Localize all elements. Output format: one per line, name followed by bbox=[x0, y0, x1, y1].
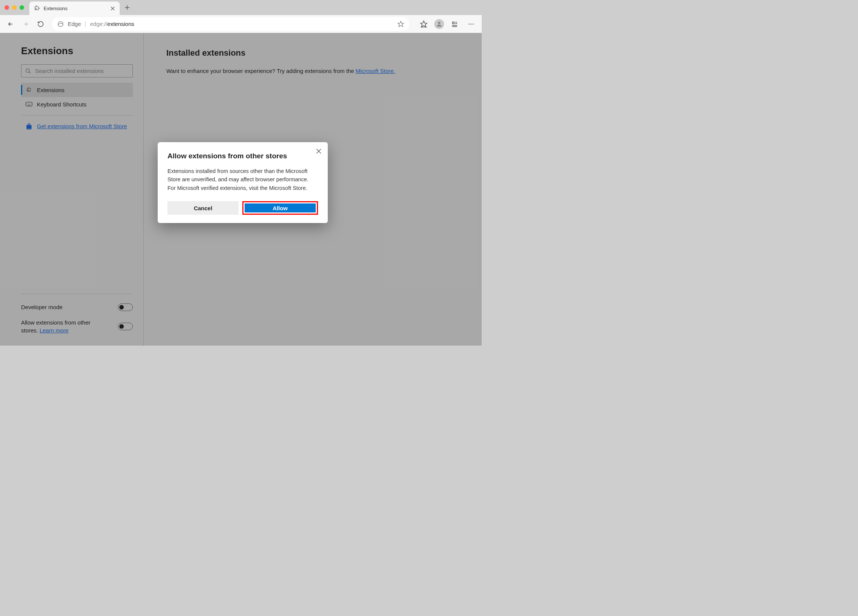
profile-avatar[interactable] bbox=[434, 19, 444, 29]
svg-point-7 bbox=[473, 23, 474, 25]
window-titlebar: Extensions bbox=[0, 0, 482, 15]
other-stores-toggle[interactable] bbox=[118, 323, 133, 330]
close-icon bbox=[316, 149, 322, 154]
extension-icon bbox=[26, 87, 33, 93]
sidebar: Extensions Extensions Keyboard Shortcuts… bbox=[0, 33, 144, 346]
svg-rect-9 bbox=[26, 102, 33, 106]
menu-button[interactable] bbox=[465, 18, 477, 30]
toolbar-actions bbox=[418, 18, 477, 30]
svg-point-6 bbox=[471, 23, 472, 25]
allow-other-stores-dialog: Allow extensions from other stores Exten… bbox=[158, 142, 328, 223]
developer-mode-toggle[interactable] bbox=[118, 304, 133, 311]
address-separator: | bbox=[85, 21, 86, 28]
svg-marker-1 bbox=[398, 21, 404, 26]
back-button[interactable] bbox=[5, 18, 17, 30]
window-maximize-button[interactable] bbox=[20, 5, 24, 10]
svg-marker-2 bbox=[421, 21, 427, 27]
address-bar[interactable]: Edge | edge://extensions bbox=[52, 17, 409, 31]
dialog-body: Extensions installed from sources other … bbox=[168, 167, 318, 192]
svg-point-5 bbox=[468, 23, 469, 25]
sidebar-bottom: Developer mode Allow extensions from oth… bbox=[21, 290, 133, 338]
edge-logo-icon bbox=[57, 21, 64, 28]
window-controls bbox=[5, 5, 24, 10]
favorites-button[interactable] bbox=[418, 18, 430, 30]
favorite-star-icon[interactable] bbox=[397, 21, 404, 28]
divider bbox=[21, 115, 133, 115]
allow-button-highlight: Allow bbox=[242, 201, 318, 215]
browser-toolbar: Edge | edge://extensions bbox=[0, 15, 482, 33]
address-url: edge://extensions bbox=[90, 21, 134, 27]
store-link-row: Get extensions from Microsoft Store bbox=[21, 121, 133, 132]
developer-mode-label: Developer mode bbox=[21, 303, 62, 311]
window-close-button[interactable] bbox=[5, 5, 9, 10]
search-box[interactable] bbox=[21, 64, 133, 78]
store-icon bbox=[26, 123, 33, 130]
window-minimize-button[interactable] bbox=[12, 5, 17, 10]
address-scheme-label: Edge bbox=[68, 21, 81, 27]
divider bbox=[21, 294, 133, 294]
developer-mode-row: Developer mode bbox=[21, 299, 133, 315]
tab-title: Extensions bbox=[44, 6, 106, 11]
sidebar-item-label: Extensions bbox=[37, 87, 64, 93]
other-stores-row: Allow extensions from other stores. Lear… bbox=[21, 315, 133, 338]
search-icon bbox=[25, 68, 31, 74]
extension-icon bbox=[34, 5, 40, 11]
keyboard-icon bbox=[26, 101, 33, 107]
svg-point-3 bbox=[438, 22, 440, 24]
other-stores-label: Allow extensions from other stores. Lear… bbox=[21, 318, 96, 334]
sidebar-item-keyboard-shortcuts[interactable]: Keyboard Shortcuts bbox=[21, 97, 133, 111]
sidebar-title: Extensions bbox=[21, 45, 133, 57]
dialog-title: Allow extensions from other stores bbox=[168, 152, 318, 160]
browser-tab[interactable]: Extensions bbox=[30, 2, 120, 15]
allow-button[interactable]: Allow bbox=[245, 203, 316, 213]
tab-close-button[interactable] bbox=[110, 6, 115, 11]
cancel-button[interactable]: Cancel bbox=[168, 201, 239, 215]
microsoft-store-link[interactable]: Microsoft Store. bbox=[356, 68, 395, 74]
svg-rect-10 bbox=[27, 126, 31, 129]
sidebar-item-extensions[interactable]: Extensions bbox=[21, 83, 133, 97]
forward-button[interactable] bbox=[20, 18, 32, 30]
svg-point-4 bbox=[452, 22, 454, 24]
new-tab-button[interactable] bbox=[122, 2, 132, 13]
search-input[interactable] bbox=[35, 68, 129, 74]
svg-point-8 bbox=[26, 69, 30, 72]
collections-button[interactable] bbox=[449, 18, 461, 30]
main-heading: Installed extensions bbox=[166, 48, 459, 58]
dialog-buttons: Cancel Allow bbox=[168, 201, 318, 215]
learn-more-link[interactable]: Learn more bbox=[39, 327, 68, 334]
sidebar-item-label: Keyboard Shortcuts bbox=[37, 101, 87, 107]
dialog-close-button[interactable] bbox=[315, 147, 322, 155]
main-prompt: Want to enhance your browser experience?… bbox=[166, 67, 459, 76]
refresh-button[interactable] bbox=[35, 18, 47, 30]
get-extensions-link[interactable]: Get extensions from Microsoft Store bbox=[37, 122, 127, 130]
